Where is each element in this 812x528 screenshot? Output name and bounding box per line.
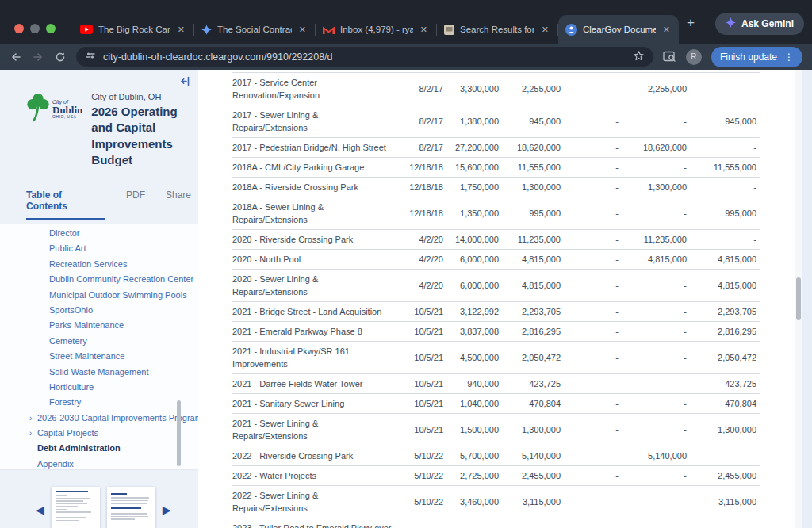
amount-cell: - [564, 492, 622, 511]
profile-avatar[interactable]: R [686, 49, 702, 65]
window-controls [14, 24, 56, 33]
project-name-cell: 2021 - Emerald Parkway Phase 8 [232, 322, 403, 341]
browser-tab-3[interactable]: Inbox (4,979) - ryanjohnsont✕ [316, 15, 436, 44]
city-of-dublin-logo: City of Dublin OHIO, USA [26, 92, 82, 168]
document-scrollbar-thumb[interactable] [796, 277, 801, 320]
amount-cell: 995,000 [690, 204, 760, 223]
tab-close-icon[interactable]: ✕ [419, 25, 429, 35]
tab-table-of-contents[interactable]: Table of Contents [26, 189, 105, 220]
amount-cell: 4,815,000 [690, 250, 760, 269]
page-thumbnail[interactable] [107, 487, 155, 528]
amount-cell: - [622, 322, 690, 341]
issue-date-cell: 5/10/22 [403, 492, 446, 511]
browser-menu-icon[interactable]: ⋮ [784, 52, 794, 63]
amount-cell: - [622, 112, 690, 131]
toc-item-sportsohio[interactable]: SportsOhio [0, 303, 198, 318]
toc-item-solid-waste-management[interactable]: Solid Waste Management [0, 365, 198, 380]
cleargov-icon [565, 24, 577, 36]
address-bar[interactable]: city-dublin-oh-cleardoc.cleargov.com/991… [76, 47, 653, 67]
tab-close-icon[interactable]: ✕ [540, 25, 550, 35]
tab-close-icon[interactable]: ✕ [661, 25, 672, 35]
window-minimize-button[interactable] [30, 24, 40, 33]
issue-date-cell: 10/10/23 [403, 525, 446, 528]
project-name-cell: 2021 - Sewer Lining & Repairs/Extensions [232, 414, 403, 446]
amount-cell: 11,555,000 [502, 158, 564, 177]
toc-scrollbar[interactable] [177, 400, 181, 466]
window-zoom-button[interactable] [46, 24, 56, 33]
amount-cell: 11,000,000 [446, 525, 502, 528]
table-row: 2021 - Sanitary Sewer Lining10/5/211,040… [232, 394, 760, 414]
amount-cell: 423,725 [690, 374, 760, 393]
gmail-icon [323, 25, 335, 34]
tab-pdf[interactable]: PDF [126, 189, 145, 220]
forward-button[interactable] [32, 51, 44, 63]
toc-item-dublin-community-recreation-center[interactable]: Dublin Community Recreation Center [0, 272, 198, 287]
site-info-icon[interactable] [85, 50, 96, 63]
toc-item-2026-2030-capital-improvements-program[interactable]: ›2026-2030 Capital Improvements Program [0, 411, 198, 426]
toc-item-debt-administration[interactable]: Debt Administration [0, 441, 198, 456]
browser-tab-5[interactable]: ClearGov Document - 2026 O✕ [558, 15, 679, 44]
browser-tab-2[interactable]: The Social Contract - Google✕ [194, 15, 315, 44]
amount-cell: 995,000 [502, 204, 564, 223]
reload-button[interactable] [54, 51, 67, 63]
toc-item-parks-maintenance[interactable]: Parks Maintenance [0, 318, 198, 333]
toc-item-municipal-outdoor-swimming-pools[interactable]: Municipal Outdoor Swimming Pools [0, 288, 198, 303]
amount-cell: 4,815,000 [502, 250, 564, 269]
amount-cell: 10,300,000 [502, 525, 564, 528]
amount-cell: 3,115,000 [502, 492, 564, 511]
toc-item-horticulture[interactable]: Horticulture [0, 380, 198, 395]
amount-cell: 470,804 [690, 394, 760, 413]
amount-cell: 1,750,000 [446, 178, 502, 197]
window-close-button[interactable] [14, 24, 24, 33]
amount-cell: - [690, 138, 760, 157]
toc-item-director[interactable]: Director [0, 226, 198, 241]
sidebar-collapse-icon[interactable] [179, 75, 191, 90]
search-tabs-icon[interactable] [663, 51, 676, 63]
toc-item-street-maintenance[interactable]: Street Maintenance [0, 349, 198, 364]
project-name-cell: 2021 - Industrial Pkwy/SR 161 Improvemen… [232, 342, 403, 373]
table-row: 2020 - Riverside Crossing Park4/2/2014,0… [232, 230, 760, 250]
amount-cell: 1,300,000 [622, 178, 690, 197]
tab-close-icon[interactable]: ✕ [297, 25, 308, 35]
toc-item-capital-projects[interactable]: ›Capital Projects [0, 426, 198, 441]
table-row: 2022 - Sewer Lining & Repairs/Extensions… [232, 486, 760, 518]
ask-gemini-button[interactable]: Ask Gemini [715, 13, 804, 35]
table-row: 2021 - Darree Fields Water Tower10/5/219… [232, 374, 760, 394]
amount-cell: 2,816,295 [690, 322, 760, 341]
tab-share[interactable]: Share [166, 189, 191, 220]
amount-cell: 940,000 [446, 374, 502, 393]
prev-page-icon[interactable]: ◀ [36, 504, 44, 515]
table-row: 2023 - Tuller Road to Emerald Pkwy over … [232, 518, 760, 528]
amount-cell: - [622, 204, 690, 223]
debt-schedule-table: 2017 - Service Center Renovation/Expansi… [232, 72, 760, 528]
new-tab-button[interactable]: + [687, 15, 695, 31]
finish-update-button[interactable]: Finish update ⋮ [711, 47, 802, 67]
toc-item-public-art[interactable]: Public Art [0, 241, 198, 256]
table-row: 2022 - Water Projects5/10/222,725,0002,4… [232, 466, 760, 486]
issue-date-cell: 10/5/21 [403, 394, 446, 413]
ask-gemini-label: Ask Gemini [741, 18, 794, 29]
gemini-doc-icon [201, 25, 212, 35]
toc-item-cemetery[interactable]: Cemetery [0, 334, 198, 349]
amount-cell: 1,300,000 [502, 420, 564, 439]
next-page-icon[interactable]: ▶ [163, 504, 171, 515]
document-scrollbar[interactable] [795, 70, 802, 528]
back-button[interactable] [10, 51, 22, 63]
toc-item-recreation-services[interactable]: Recreation Services [0, 257, 198, 272]
browser-tab-1[interactable]: The Big Rock Candy Mountai✕ [73, 15, 193, 44]
url-text[interactable]: city-dublin-oh-cleardoc.cleargov.com/991… [103, 52, 626, 63]
amount-cell: 4,500,000 [446, 348, 502, 367]
tab-close-icon[interactable]: ✕ [176, 25, 186, 35]
page-thumbnail[interactable] [52, 487, 100, 528]
toc-item-appendix[interactable]: Appendix [0, 457, 198, 470]
amount-cell: 4,815,000 [622, 250, 690, 269]
project-name-cell: 2018A - Sewer Lining & Repairs/Extension… [232, 197, 403, 229]
browser-tab-4[interactable]: Search Results for ** – The G✕ [437, 15, 557, 44]
amount-cell: - [564, 348, 622, 367]
tab-title: The Big Rock Candy Mountai [98, 25, 170, 34]
issue-date-cell: 4/2/20 [403, 276, 446, 295]
table-row: 2018A - Riverside Crossing Park12/18/181… [232, 178, 760, 197]
toc-item-forestry[interactable]: Forestry [0, 395, 198, 410]
bookmark-star-icon[interactable] [633, 50, 645, 64]
amount-cell: - [564, 394, 622, 413]
